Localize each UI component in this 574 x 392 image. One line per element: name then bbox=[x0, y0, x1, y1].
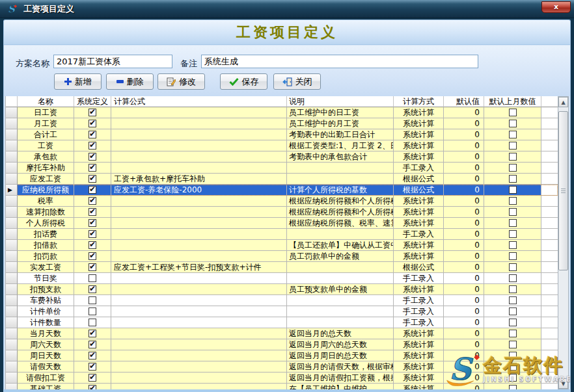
row-indicator[interactable] bbox=[6, 361, 18, 372]
system-defined-checkbox[interactable] bbox=[89, 385, 96, 389]
delete-button[interactable]: 删除 bbox=[106, 73, 154, 90]
row-indicator[interactable] bbox=[6, 107, 18, 118]
prev-month-checkbox[interactable] bbox=[509, 352, 517, 359]
system-defined-checkbox[interactable] bbox=[89, 307, 96, 315]
row-indicator[interactable] bbox=[6, 140, 18, 151]
column-header-calc-method[interactable]: 计算方式 bbox=[394, 96, 444, 107]
row-indicator[interactable] bbox=[6, 384, 18, 389]
table-row[interactable]: 扣借款 【员工还款单】中确认从工资中冲抵借款的 系统计算 0 bbox=[6, 240, 558, 251]
row-indicator[interactable] bbox=[6, 295, 18, 306]
row-indicator[interactable] bbox=[6, 163, 18, 174]
system-defined-checkbox[interactable] bbox=[89, 252, 96, 260]
system-defined-checkbox[interactable] bbox=[89, 131, 96, 138]
prev-month-checkbox[interactable] bbox=[509, 374, 517, 382]
prev-month-checkbox[interactable] bbox=[509, 142, 517, 150]
row-indicator[interactable] bbox=[6, 262, 18, 273]
prev-month-checkbox[interactable] bbox=[509, 153, 517, 161]
prev-month-checkbox[interactable] bbox=[509, 186, 517, 194]
table-row[interactable]: 计件单价 手工录入 0 bbox=[6, 306, 558, 317]
prev-month-checkbox[interactable] bbox=[509, 219, 517, 227]
column-header-default-value[interactable]: 默认值 bbox=[444, 96, 484, 107]
prev-month-checkbox[interactable] bbox=[509, 175, 517, 183]
row-indicator[interactable] bbox=[6, 218, 18, 229]
system-defined-checkbox[interactable] bbox=[89, 341, 96, 348]
prev-month-checkbox[interactable] bbox=[509, 252, 517, 260]
table-row[interactable]: 税率 根据应纳税所得额和个人所得税计算表系统 系统计算 0 bbox=[6, 196, 558, 207]
row-indicator[interactable] bbox=[6, 306, 18, 317]
plan-name-input[interactable] bbox=[53, 55, 172, 68]
table-row[interactable]: 周六天数 返回当月周六的总天数 系统计算 0 bbox=[6, 339, 558, 350]
system-defined-checkbox[interactable] bbox=[89, 164, 96, 172]
row-indicator[interactable] bbox=[6, 251, 18, 262]
prev-month-checkbox[interactable] bbox=[509, 363, 517, 371]
system-defined-checkbox[interactable] bbox=[89, 208, 96, 216]
prev-month-checkbox[interactable] bbox=[509, 263, 517, 271]
row-indicator[interactable] bbox=[6, 273, 18, 284]
system-defined-checkbox[interactable] bbox=[89, 352, 96, 359]
table-row[interactable]: 月工资 员工维护中的月工资 系统计算 0 bbox=[6, 118, 558, 129]
table-row[interactable]: 计件数量 手工录入 0 bbox=[6, 317, 558, 328]
system-defined-checkbox[interactable] bbox=[89, 285, 96, 293]
row-indicator[interactable] bbox=[6, 196, 18, 207]
scroll-up-icon[interactable]: ▲ bbox=[558, 97, 568, 107]
table-row[interactable]: 请假扣工资 返回当月的请假扣工资额，根据审核通过的 系统计算 0 bbox=[6, 372, 558, 384]
close-dialog-button[interactable]: 关闭 bbox=[273, 73, 321, 90]
table-row[interactable]: 速算扣除数 根据应纳税所得额和个人所得税计算表系统 系统计算 0 bbox=[6, 207, 558, 218]
prev-month-checkbox[interactable] bbox=[509, 197, 517, 205]
table-row[interactable]: 当月天数 返回当月的总天数 系统计算 0 bbox=[6, 328, 558, 339]
prev-month-checkbox[interactable] bbox=[509, 164, 517, 172]
system-defined-checkbox[interactable] bbox=[89, 219, 96, 227]
system-defined-checkbox[interactable] bbox=[89, 274, 96, 282]
table-row[interactable]: 工资 根据工资类型:1、月工资 2、日工资*合计 系统计算 0 bbox=[6, 140, 558, 151]
row-indicator[interactable] bbox=[6, 328, 18, 339]
table-row[interactable]: 合计工 考勤表中的出勤工日合计 系统计算 0 bbox=[6, 129, 558, 140]
system-defined-checkbox[interactable] bbox=[89, 175, 96, 183]
row-indicator[interactable] bbox=[6, 284, 18, 295]
row-indicator[interactable] bbox=[6, 185, 18, 196]
modify-button[interactable]: 修改 bbox=[157, 73, 205, 90]
table-row[interactable]: 节日奖 手工录入 0 bbox=[6, 273, 558, 284]
system-defined-checkbox[interactable] bbox=[89, 109, 96, 116]
table-row[interactable]: 承包款 考勤表中的承包款合计 系统计算 0 bbox=[6, 151, 558, 163]
column-header-system-defined[interactable]: 系统定义 bbox=[74, 96, 111, 107]
prev-month-checkbox[interactable] bbox=[509, 230, 517, 238]
prev-month-checkbox[interactable] bbox=[509, 330, 517, 337]
prev-month-checkbox[interactable] bbox=[509, 307, 517, 315]
row-indicator[interactable] bbox=[6, 118, 18, 129]
table-row[interactable]: 扣话费 手工录入 0 bbox=[6, 229, 558, 240]
row-indicator[interactable] bbox=[6, 229, 18, 240]
system-defined-checkbox[interactable] bbox=[89, 142, 96, 150]
row-indicator[interactable] bbox=[6, 207, 18, 218]
close-icon[interactable]: x bbox=[541, 1, 571, 13]
system-defined-checkbox[interactable] bbox=[89, 374, 96, 382]
prev-month-checkbox[interactable] bbox=[509, 241, 517, 249]
table-row[interactable]: 应纳税所得额 应发工资-养老保险-2000 计算个人所得税的基数 根据公式 0 bbox=[6, 185, 558, 196]
row-indicator[interactable] bbox=[6, 240, 18, 251]
save-button[interactable]: 保存 bbox=[220, 73, 267, 90]
system-defined-checkbox[interactable] bbox=[89, 153, 96, 161]
prev-month-checkbox[interactable] bbox=[509, 120, 517, 127]
table-row[interactable]: 车费补贴 手工录入 0 bbox=[6, 295, 558, 306]
system-defined-checkbox[interactable] bbox=[89, 330, 96, 337]
system-defined-checkbox[interactable] bbox=[89, 296, 96, 304]
column-header-formula[interactable]: 计算公式 bbox=[111, 96, 287, 107]
table-row[interactable]: 扣罚款 员工罚款单中的金额 系统计算 0 bbox=[6, 251, 558, 262]
system-defined-checkbox[interactable] bbox=[89, 230, 96, 238]
scrollbar-thumb[interactable] bbox=[558, 111, 568, 270]
row-indicator[interactable] bbox=[6, 129, 18, 140]
table-row[interactable]: 请假天数 返回当月的请假天数，根据审核通过的员工 系统计算 0 bbox=[6, 361, 558, 372]
column-header-description[interactable]: 说明 bbox=[287, 96, 394, 107]
table-row[interactable]: 扣预支款 员工预支款单中的金额 系统计算 0 bbox=[6, 284, 558, 295]
vertical-scrollbar[interactable]: ▲ ▼ bbox=[558, 96, 569, 389]
system-defined-checkbox[interactable] bbox=[89, 197, 96, 205]
system-defined-checkbox[interactable] bbox=[89, 263, 96, 271]
table-row[interactable]: 周日天数 返回当月周日的总天数 系统计算 0 bbox=[6, 350, 558, 361]
prev-month-checkbox[interactable] bbox=[509, 274, 517, 282]
row-indicator[interactable] bbox=[6, 372, 18, 384]
system-defined-checkbox[interactable] bbox=[89, 120, 96, 127]
table-row[interactable]: 摩托车补助 手工录入 0 bbox=[6, 163, 558, 174]
table-row[interactable]: 实发工资 应发工资+工程奖+节日奖-扣预支款+计件 根据公式 0 bbox=[6, 262, 558, 273]
system-defined-checkbox[interactable] bbox=[89, 186, 96, 194]
table-row[interactable]: 应发工资 工资+承包款+摩托车补助 根据公式 0 bbox=[6, 174, 558, 185]
system-defined-checkbox[interactable] bbox=[89, 241, 96, 249]
